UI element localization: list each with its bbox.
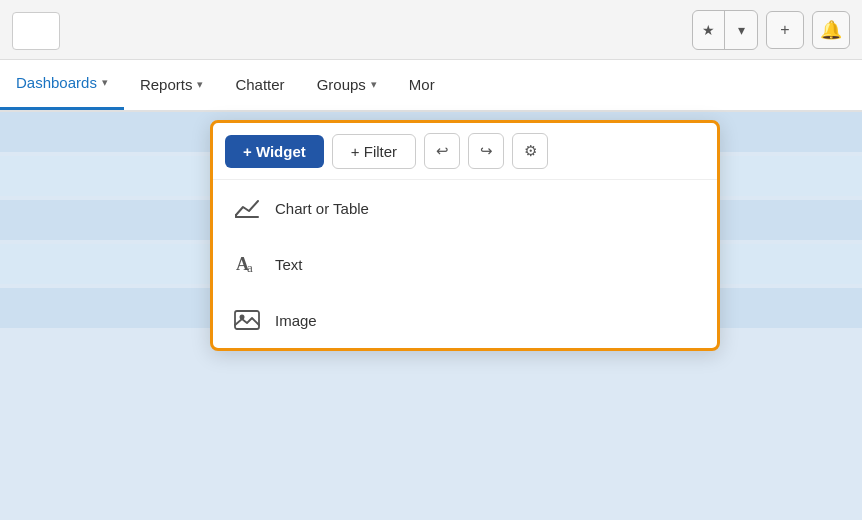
settings-button[interactable]: ⚙ xyxy=(512,133,548,169)
main-area: + Widget + Filter ↩ ↪ ⚙ xyxy=(0,112,862,520)
nav-item-groups[interactable]: Groups ▾ xyxy=(301,58,393,110)
nav-label-reports: Reports xyxy=(140,76,193,93)
add-filter-button[interactable]: + Filter xyxy=(332,134,416,169)
nav-label-chatter: Chatter xyxy=(235,76,284,93)
chevron-down-icon[interactable]: ▾ xyxy=(725,11,757,49)
chart-or-table-label: Chart or Table xyxy=(275,200,369,217)
favorites-split-button[interactable]: ★ ▾ xyxy=(692,10,758,50)
nav-chevron-reports: ▾ xyxy=(197,78,203,91)
logo-area xyxy=(12,12,60,50)
image-icon xyxy=(233,306,261,334)
settings-icon: ⚙ xyxy=(524,142,537,160)
nav-label-groups: Groups xyxy=(317,76,366,93)
svg-text:a: a xyxy=(247,260,253,275)
text-label: Text xyxy=(275,256,303,273)
nav-item-chatter[interactable]: Chatter xyxy=(219,58,300,110)
svg-rect-4 xyxy=(235,311,259,329)
menu-item-chart-or-table[interactable]: Chart or Table xyxy=(213,180,717,236)
nav-label-more: Mor xyxy=(409,76,435,93)
nav-item-dashboards[interactable]: Dashboards ▾ xyxy=(0,58,124,110)
menu-item-image[interactable]: Image xyxy=(213,292,717,348)
nav-chevron-dashboards: ▾ xyxy=(102,76,108,89)
menu-item-text[interactable]: A a Text xyxy=(213,236,717,292)
add-widget-label: + Widget xyxy=(243,143,306,160)
dropdown-toolbar: + Widget + Filter ↩ ↪ ⚙ xyxy=(213,123,717,180)
nav-bar: Dashboards ▾ Reports ▾ Chatter Groups ▾ … xyxy=(0,60,862,112)
nav-item-reports[interactable]: Reports ▾ xyxy=(124,58,220,110)
nav-item-more[interactable]: Mor xyxy=(393,58,451,110)
chart-icon xyxy=(233,194,261,222)
redo-button[interactable]: ↪ xyxy=(468,133,504,169)
notification-bell-icon[interactable]: 🔔 xyxy=(812,11,850,49)
text-icon: A a xyxy=(233,250,261,278)
logo-box xyxy=(12,12,60,50)
star-icon[interactable]: ★ xyxy=(693,11,725,49)
top-bar: ★ ▾ + 🔔 xyxy=(0,0,862,60)
add-filter-label: + Filter xyxy=(351,143,397,160)
redo-icon: ↪ xyxy=(480,142,493,160)
undo-button[interactable]: ↩ xyxy=(424,133,460,169)
add-widget-button[interactable]: + Widget xyxy=(225,135,324,168)
image-label: Image xyxy=(275,312,317,329)
undo-icon: ↩ xyxy=(436,142,449,160)
nav-label-dashboards: Dashboards xyxy=(16,74,97,91)
widget-dropdown-panel: + Widget + Filter ↩ ↪ ⚙ xyxy=(210,120,720,351)
add-button[interactable]: + xyxy=(766,11,804,49)
nav-chevron-groups: ▾ xyxy=(371,78,377,91)
